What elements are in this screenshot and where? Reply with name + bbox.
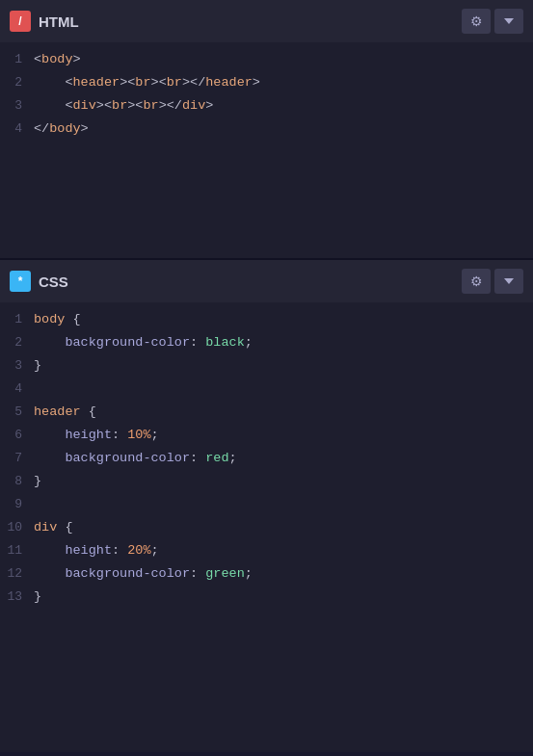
css-semicolon: ; (245, 566, 253, 581)
tag-bracket: >< (96, 98, 112, 113)
html-panel-title: HTML (39, 13, 79, 30)
tag-name: body (49, 121, 80, 136)
css-line-content-11: height: 20%; (34, 540, 159, 561)
html-collapse-button[interactable] (494, 9, 523, 34)
css-panel-title: CSS (39, 274, 68, 290)
html-code-body: 1 <body> 2 <header><br><br></header> 3 <… (0, 42, 533, 148)
css-line-2: 2 background-color: black; (0, 331, 533, 354)
css-line-num-5: 5 (0, 402, 34, 423)
css-brace: } (34, 358, 41, 373)
line-content-1: <body> (34, 49, 81, 70)
css-panel-controls: ⚙ (462, 269, 523, 294)
css-property: background-color (65, 335, 190, 350)
css-line-6: 6 height: 10%; (0, 424, 533, 447)
css-title-area: * CSS (10, 271, 68, 292)
css-colon: : (112, 428, 120, 442)
css-line-num-8: 8 (0, 471, 34, 492)
css-line-num-9: 9 (0, 494, 34, 515)
css-semicolon: ; (151, 543, 159, 558)
css-line-4: 4 (0, 378, 533, 401)
css-value-number: 20% (127, 543, 150, 558)
tag-name: br (112, 98, 127, 113)
tag-bracket: >< (120, 75, 135, 90)
css-value: green (205, 566, 245, 581)
line-number-4: 4 (0, 118, 34, 140)
line-number-2: 2 (0, 72, 34, 93)
line-content-4: </body> (34, 118, 89, 140)
css-settings-button[interactable]: ⚙ (462, 269, 491, 294)
css-line-content-8: } (34, 471, 41, 492)
tag-name: div (73, 98, 96, 113)
css-brace: } (34, 474, 41, 488)
css-colon: : (112, 543, 120, 558)
gear-icon: ⚙ (470, 274, 483, 289)
gear-icon: ⚙ (470, 13, 483, 29)
css-line-content-6: height: 10%; (34, 425, 159, 446)
html-settings-button[interactable]: ⚙ (462, 9, 491, 34)
css-line-num-13: 13 (0, 587, 34, 608)
html-title-area: / HTML (10, 11, 79, 32)
css-brace: { (89, 404, 96, 419)
css-line-3: 3 } (0, 354, 533, 378)
html-line-1: 1 <body> (0, 48, 533, 71)
css-line-7: 7 background-color: red; (0, 447, 533, 470)
css-icon: * (10, 271, 31, 292)
css-line-num-4: 4 (0, 378, 34, 400)
css-brace: { (73, 312, 81, 326)
css-property: background-color (65, 451, 190, 465)
css-value: black (205, 335, 245, 350)
css-line-5: 5 header { (0, 401, 533, 424)
html-panel: / HTML ⚙ 1 <body> 2 <header><br><br></he… (0, 0, 533, 260)
css-panel: * CSS ⚙ 1 body { 2 background-color: bla… (0, 260, 533, 752)
tag-name: header (205, 75, 253, 90)
line-number-1: 1 (0, 49, 34, 70)
tag-bracket: < (65, 75, 72, 90)
css-property: background-color (65, 566, 190, 581)
css-line-num-3: 3 (0, 355, 34, 377)
tag-name: div (182, 98, 205, 113)
css-property: height (65, 428, 112, 442)
css-line-content-13: } (34, 587, 41, 608)
html-line-4: 4 </body> (0, 117, 533, 141)
css-collapse-button[interactable] (494, 269, 523, 294)
tag-bracket: >< (151, 75, 167, 90)
css-line-8: 8 } (0, 470, 533, 493)
chevron-down-icon (504, 278, 514, 284)
css-line-num-12: 12 (0, 563, 34, 585)
css-semicolon: ; (229, 451, 237, 465)
html-line-2: 2 <header><br><br></header> (0, 71, 533, 94)
css-line-num-11: 11 (0, 540, 34, 561)
tag-bracket: ></ (182, 75, 205, 90)
tag-name: br (135, 75, 150, 90)
line-content-3: <div><br><br></div> (34, 95, 213, 117)
tag-bracket: ></ (159, 98, 182, 113)
css-line-9: 9 (0, 493, 533, 516)
css-value-number: 10% (127, 428, 150, 442)
tag-bracket: > (81, 121, 89, 136)
css-value: red (205, 451, 228, 465)
tag-bracket: > (253, 75, 260, 90)
css-line-content-1: body { (34, 309, 81, 330)
css-line-11: 11 height: 20%; (0, 539, 533, 562)
css-colon: : (190, 335, 198, 350)
css-line-13: 13 } (0, 586, 533, 609)
css-line-num-7: 7 (0, 448, 34, 469)
css-line-content-7: background-color: red; (34, 448, 237, 469)
css-line-content-12: background-color: green; (34, 563, 253, 585)
css-line-num-1: 1 (0, 309, 34, 330)
css-code-body: 1 body { 2 background-color: black; 3 } … (0, 302, 533, 616)
html-line-3: 3 <div><br><br></div> (0, 94, 533, 117)
html-icon: / (10, 11, 31, 32)
css-selector: body (34, 312, 65, 326)
css-selector: header (34, 404, 81, 419)
tag-bracket: < (65, 98, 72, 113)
line-number-3: 3 (0, 95, 34, 117)
css-line-10: 10 div { (0, 516, 533, 539)
css-line-1: 1 body { (0, 308, 533, 331)
css-line-num-10: 10 (0, 517, 34, 538)
tag-bracket: < (34, 52, 41, 66)
chevron-down-icon (504, 18, 514, 24)
tag-bracket: >< (127, 98, 143, 113)
css-colon: : (190, 566, 198, 581)
css-line-num-2: 2 (0, 332, 34, 353)
